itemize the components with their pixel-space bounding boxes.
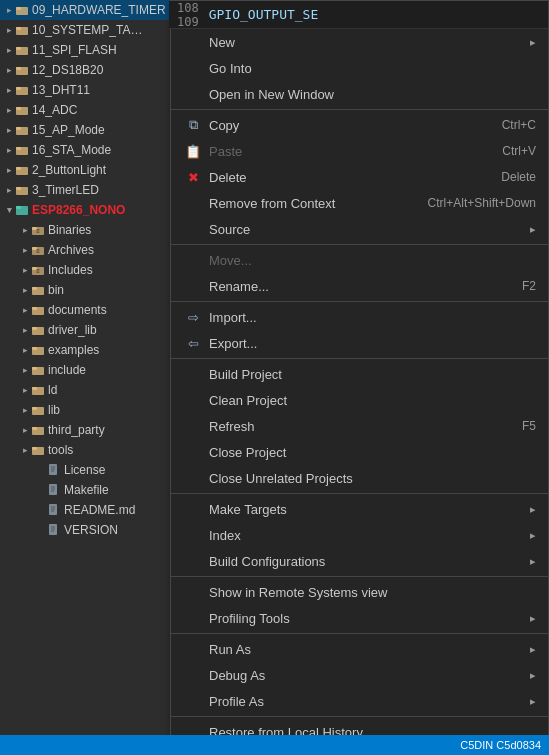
menu-divider: [171, 633, 548, 634]
tree-item-archives[interactable]: ▸≡Archives: [0, 240, 170, 260]
menu-item-remove-context[interactable]: Remove from ContextCtrl+Alt+Shift+Down: [171, 190, 548, 216]
menu-item-label: Make Targets: [209, 502, 530, 517]
menu-item-profiling-tools[interactable]: Profiling Tools▸: [171, 605, 548, 631]
tree-label: 11_SPI_FLASH: [32, 43, 117, 57]
tree-item-lib[interactable]: ▸lib: [0, 400, 170, 420]
menu-item-close-project[interactable]: Close Project: [171, 439, 548, 465]
tree-item-dht11[interactable]: ▸13_DHT11: [0, 80, 170, 100]
tree-item-systemp[interactable]: ▸10_SYSTEMP_TA…: [0, 20, 170, 40]
tree-item-version[interactable]: VERSION: [0, 520, 170, 540]
menu-item-shortcut: F5: [522, 419, 536, 433]
tree-label: third_party: [48, 423, 105, 437]
file-icon: [30, 342, 46, 358]
tree-label: 12_DS18B20: [32, 63, 103, 77]
submenu-arrow-icon: ▸: [530, 695, 536, 708]
tree-item-ap-mode[interactable]: ▸15_AP_Mode: [0, 120, 170, 140]
menu-item-new[interactable]: New▸: [171, 29, 548, 55]
svg-rect-42: [32, 387, 37, 390]
tree-item-binaries[interactable]: ▸≡Binaries: [0, 220, 170, 240]
chevron-icon: ▸: [4, 45, 14, 55]
menu-item-open-new-window[interactable]: Open in New Window: [171, 81, 548, 107]
submenu-arrow-icon: ▸: [530, 669, 536, 682]
tree-item-sta-mode[interactable]: ▸16_STA_Mode: [0, 140, 170, 160]
file-icon: [14, 182, 30, 198]
tree-label: 15_AP_Mode: [32, 123, 105, 137]
menu-item-label: Close Project: [209, 445, 536, 460]
tree-item-ld[interactable]: ▸ld: [0, 380, 170, 400]
menu-item-label: Build Project: [209, 367, 536, 382]
tree-item-adc[interactable]: ▸14_ADC: [0, 100, 170, 120]
editor-snippet: 108 109 GPIO_OUTPUT_SE: [169, 1, 548, 29]
chevron-icon: ▸: [20, 425, 30, 435]
svg-rect-34: [32, 307, 37, 310]
menu-item-label: Copy: [209, 118, 502, 133]
menu-item-import[interactable]: ⇨Import...: [171, 304, 548, 330]
tree-label: 3_TimerLED: [32, 183, 99, 197]
menu-item-profile-as[interactable]: Profile As▸: [171, 688, 548, 714]
menu-divider: [171, 716, 548, 717]
chevron-icon: ▸: [20, 445, 30, 455]
tree-item-bin[interactable]: ▸bin: [0, 280, 170, 300]
menu-item-show-remote[interactable]: Show in Remote Systems view: [171, 579, 548, 605]
menu-item-label: Import...: [209, 310, 536, 325]
menu-divider: [171, 358, 548, 359]
chevron-icon: ▸: [4, 165, 14, 175]
tree-item-tools[interactable]: ▸tools: [0, 440, 170, 460]
tree-label: Archives: [48, 243, 94, 257]
tree-item-ds18b20[interactable]: ▸12_DS18B20: [0, 60, 170, 80]
tree-item-makefile[interactable]: Makefile: [0, 480, 170, 500]
tree-item-readme[interactable]: README.md: [0, 500, 170, 520]
menu-item-label: Paste: [209, 144, 502, 159]
menu-item-go-into[interactable]: Go Into: [171, 55, 548, 81]
menu-item-debug-as[interactable]: Debug As▸: [171, 662, 548, 688]
menu-item-icon: ✖: [183, 170, 203, 185]
menu-item-label: Run As: [209, 642, 530, 657]
menu-item-export[interactable]: ⇦Export...: [171, 330, 548, 356]
tree-item-buttonlight[interactable]: ▸2_ButtonLight: [0, 160, 170, 180]
context-menu: 108 109 GPIO_OUTPUT_SE New▸Go IntoOpen i…: [170, 0, 549, 755]
tree-item-include[interactable]: ▸include: [0, 360, 170, 380]
menu-item-rename[interactable]: Rename...F2: [171, 273, 548, 299]
menu-item-build-project[interactable]: Build Project: [171, 361, 548, 387]
chevron-icon: ▸: [4, 105, 14, 115]
file-icon: [14, 82, 30, 98]
file-icon: [30, 362, 46, 378]
tree-item-license[interactable]: License: [0, 460, 170, 480]
tree-label: License: [64, 463, 105, 477]
tree-label: ld: [48, 383, 57, 397]
menu-item-close-unrelated[interactable]: Close Unrelated Projects: [171, 465, 548, 491]
tree-label: 2_ButtonLight: [32, 163, 106, 177]
svg-rect-7: [16, 67, 21, 70]
submenu-arrow-icon: ▸: [530, 643, 536, 656]
menu-item-source[interactable]: Source▸: [171, 216, 548, 242]
menu-item-build-configs[interactable]: Build Configurations▸: [171, 548, 548, 574]
menu-item-label: Source: [209, 222, 530, 237]
menu-item-refresh[interactable]: RefreshF5: [171, 413, 548, 439]
menu-item-icon: ⇦: [183, 336, 203, 351]
tree-item-driver-lib[interactable]: ▸driver_lib: [0, 320, 170, 340]
tree-item-spi-flash[interactable]: ▸11_SPI_FLASH: [0, 40, 170, 60]
tree-item-examples[interactable]: ▸examples: [0, 340, 170, 360]
menu-item-make-targets[interactable]: Make Targets▸: [171, 496, 548, 522]
tree-item-includes[interactable]: ▸≡Includes: [0, 260, 170, 280]
menu-item-label: Close Unrelated Projects: [209, 471, 536, 486]
menu-item-clean-project[interactable]: Clean Project: [171, 387, 548, 413]
tree-item-third-party[interactable]: ▸third_party: [0, 420, 170, 440]
tree-item-esp8266[interactable]: ▾ESP8266_NONO: [0, 200, 170, 220]
tree-item-documents[interactable]: ▸documents: [0, 300, 170, 320]
tree-item-timerled[interactable]: ▸3_TimerLED: [0, 180, 170, 200]
menu-item-index[interactable]: Index▸: [171, 522, 548, 548]
menu-item-label: Build Configurations: [209, 554, 530, 569]
status-bar: C5DIN C5d0834: [0, 735, 549, 755]
file-icon: [14, 102, 30, 118]
menu-item-label: Rename...: [209, 279, 522, 294]
menu-item-run-as[interactable]: Run As▸: [171, 636, 548, 662]
menu-item-move: Move...: [171, 247, 548, 273]
tree-item-hw-timer[interactable]: ▸09_HARDWARE_TIMER: [0, 0, 170, 20]
menu-item-delete[interactable]: ✖DeleteDelete: [171, 164, 548, 190]
file-icon: [30, 382, 46, 398]
chevron-icon: ▾: [4, 205, 14, 215]
tree-label: include: [48, 363, 86, 377]
svg-rect-15: [16, 147, 21, 150]
menu-item-copy[interactable]: ⧉CopyCtrl+C: [171, 112, 548, 138]
